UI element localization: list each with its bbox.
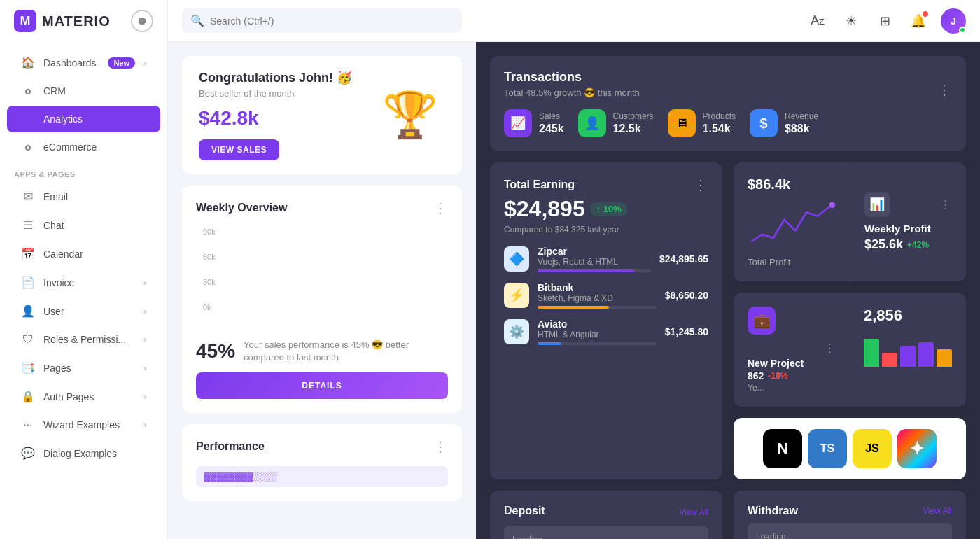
sidebar-item-invoice[interactable]: 📄 Invoice › (7, 269, 160, 296)
left-content: Congratulations John! 🥳 Best seller of t… (168, 42, 476, 539)
profit-line-chart (748, 195, 836, 251)
mini-bar-1 (864, 339, 879, 367)
nextjs-logo[interactable]: N (763, 429, 802, 468)
sales-icon: 📈 (504, 109, 532, 137)
more-options-icon[interactable]: ⋮ (937, 81, 952, 98)
weekly-profit-side: 📊 ⋮ Weekly Profit $25.6k +42% (850, 162, 966, 281)
invoice-icon: 📄 (21, 276, 35, 289)
bitbank-fill (538, 306, 609, 309)
zipcar-tech: Vuejs, React & HTML (538, 257, 651, 267)
search-input[interactable] (210, 15, 454, 27)
dot-icon (21, 141, 35, 153)
avatar[interactable]: J (941, 8, 966, 34)
congrats-subtitle: Best seller of the month (199, 88, 352, 99)
zipcar-amount: $24,895.65 (659, 253, 708, 265)
chevron-right-icon: › (144, 307, 146, 316)
sidebar-item-label: User (43, 306, 135, 317)
notification-wrapper[interactable]: 🔔 (907, 10, 930, 32)
revenue-value: $88k (785, 122, 818, 135)
bar-chart (203, 227, 441, 318)
bitbank-progress-bar (538, 306, 657, 309)
app-name: MATERIO (42, 13, 111, 29)
search-bar[interactable]: 🔍 (182, 8, 462, 33)
revenue-label: Revenue (785, 111, 818, 121)
sidebar-item-wizard[interactable]: ··· Wizard Examples › (7, 412, 160, 438)
sidebar-item-email[interactable]: ✉ Email (7, 183, 160, 210)
earning-item-aviato: ⚙️ Aviato HTML & Angular $1,245.80 (504, 318, 708, 345)
earning-growth-badge: ↑ 10% (591, 202, 627, 216)
zipcar-info: Zipcar Vuejs, React & HTML (538, 246, 651, 272)
sales-label: Sales (539, 111, 564, 121)
aviato-tech: HTML & Angular (538, 330, 657, 340)
sidebar-logo: M MATERIO ⏺ (0, 0, 167, 42)
bitbank-info: Bitbank Sketch, Figma & XD (538, 282, 657, 309)
sidebar-item-label: Wizard Examples (43, 419, 135, 430)
typescript-logo[interactable]: TS (808, 429, 847, 468)
deposit-view-all[interactable]: View All (679, 507, 708, 517)
translate-icon[interactable]: Az (806, 10, 829, 32)
zipcar-name: Zipcar (538, 246, 651, 257)
sidebar-item-label: Chat (43, 220, 146, 231)
deposit-card: Deposit View All Loading... (490, 491, 722, 539)
more-options-icon[interactable]: ⋮ (433, 200, 448, 216)
details-button[interactable]: DETAILS (196, 372, 448, 399)
profit-section: $86.4k Total Profit 📊 ⋮ (734, 162, 966, 281)
total-profit-label: Total Profit (748, 257, 836, 267)
sidebar-item-dashboards[interactable]: 🏠 Dashboards New › (7, 49, 160, 76)
grid-icon[interactable]: ⊞ (874, 10, 896, 32)
theme-icon[interactable]: ☀ (840, 10, 862, 32)
sidebar-item-dialog[interactable]: 💬 Dialog Examples (7, 440, 160, 467)
sidebar-item-analytics[interactable]: Analytics (7, 106, 160, 132)
more-options-icon[interactable]: ⋮ (694, 176, 708, 193)
new-project-info: 💼 ⋮ New Project 862 -18% Ye... (734, 293, 850, 407)
chart-footer: 45% Your sales performance is 45% 😎 bett… (196, 330, 448, 364)
more-options-icon[interactable]: ⋮ (824, 342, 836, 355)
sidebar-item-label: Dialog Examples (43, 448, 146, 459)
zipcar-fill (538, 270, 634, 272)
products-icon: 🖥 (668, 109, 696, 137)
user-icon: 👤 (21, 304, 35, 318)
email-icon: ✉ (21, 190, 35, 203)
sidebar-item-user[interactable]: 👤 User › (7, 298, 160, 325)
chevron-right-icon: › (144, 420, 146, 430)
weekly-header: Weekly Overview ⋮ (196, 200, 448, 216)
javascript-logo[interactable]: JS (853, 429, 892, 468)
sidebar-item-pages[interactable]: 📑 Pages › (7, 354, 160, 382)
performance-card: Performance ⋮ ▓▓▓▓▓▓▓▓░░░░ (182, 424, 462, 501)
earning-item-zipcar: 🔷 Zipcar Vuejs, React & HTML $24,895.65 (504, 246, 708, 272)
sales-metric: 📈 Sales 245k (504, 109, 564, 137)
more-options-icon[interactable]: ⋮ (940, 198, 952, 211)
sidebar: M MATERIO ⏺ 🏠 Dashboards New › CRM Analy… (0, 0, 168, 539)
right-content: Transactions Total 48.5% growth 😎 this m… (476, 42, 980, 539)
view-sales-button[interactable]: VIEW SALES (199, 139, 279, 160)
sidebar-item-label: Pages (43, 363, 135, 374)
performance-header: Performance ⋮ (196, 438, 448, 455)
sidebar-item-ecommerce[interactable]: eCommerce (7, 134, 160, 160)
withdraw-view-all[interactable]: View All (923, 506, 952, 516)
calendar-icon: 📅 (21, 247, 35, 260)
mini-bar-4 (918, 342, 934, 367)
sidebar-item-calendar[interactable]: 📅 Calendar (7, 240, 160, 267)
wizard-icon: ··· (21, 419, 35, 431)
shield-icon: 🛡 (21, 333, 35, 346)
top-header: 🔍 Az ☀ ⊞ 🔔 J (168, 0, 980, 42)
sidebar-item-roles[interactable]: 🛡 Roles & Permissi... › (7, 326, 160, 353)
deposit-title: Deposit (504, 505, 545, 517)
more-options-icon[interactable]: ⋮ (433, 438, 448, 455)
withdraw-title: Withdraw (748, 505, 798, 517)
profit-main-amount: $86.4k (748, 176, 836, 192)
transactions-title: Transactions (504, 70, 640, 85)
figma-logo[interactable]: ✦ (897, 429, 937, 468)
y-label-30k: 30k (203, 278, 216, 286)
weekly-profit-amount: $25.6k (864, 237, 903, 252)
sidebar-item-chat[interactable]: ☰ Chat (7, 211, 160, 239)
sidebar-item-crm[interactable]: CRM (7, 78, 160, 104)
sidebar-item-label: Dashboards (43, 57, 99, 69)
dot-icon (21, 113, 35, 125)
congrats-title: Congratulations John! 🥳 (199, 70, 352, 85)
sidebar-item-auth[interactable]: 🔒 Auth Pages › (7, 383, 160, 410)
weekly-overview-card: Weekly Overview ⋮ 0k 30k 60k 90k (182, 186, 462, 413)
dialog-icon: 💬 (21, 447, 35, 460)
record-button[interactable]: ⏺ (131, 10, 153, 32)
sidebar-item-label: Analytics (43, 113, 146, 125)
